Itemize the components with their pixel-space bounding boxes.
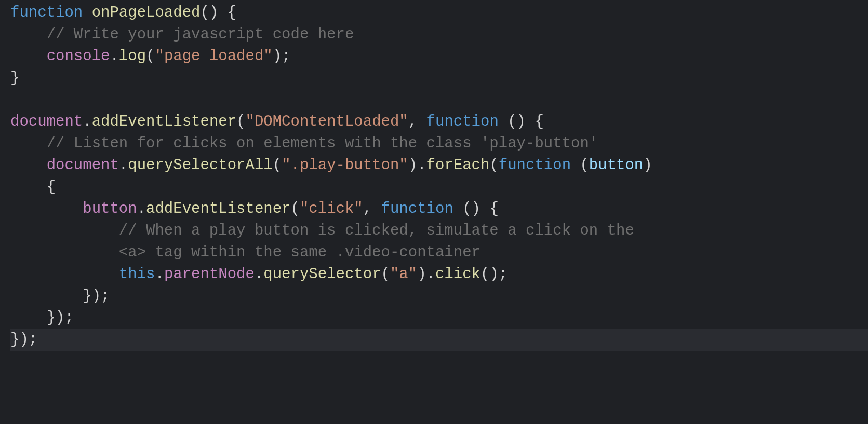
identifier: document: [47, 157, 119, 174]
property: parentNode: [164, 266, 255, 283]
string: "a": [390, 266, 417, 283]
code-line: this.parentNode.querySelector("a").click…: [10, 266, 508, 283]
identifier: button: [83, 200, 137, 217]
code-line: function onPageLoaded() {: [10, 4, 236, 21]
code-line: // Write your javascript code here: [10, 26, 354, 43]
identifier: console: [47, 48, 110, 65]
method: querySelectorAll: [128, 157, 272, 174]
code-line: document.addEventListener("DOMContentLoa…: [10, 113, 544, 130]
method: log: [119, 48, 146, 65]
code-editor[interactable]: function onPageLoaded() { // Write your …: [0, 0, 868, 351]
code-line: {: [10, 179, 56, 196]
parameter: button: [589, 157, 643, 174]
brace: {: [218, 4, 236, 21]
method: forEach: [426, 157, 490, 174]
keyword-function: function: [381, 200, 453, 217]
method: addEventListener: [146, 200, 290, 217]
keyword-function: function: [499, 157, 571, 174]
comment: <a> tag within the same .video-container: [119, 244, 480, 261]
code-line: <a> tag within the same .video-container: [10, 244, 480, 261]
code-line: // When a play button is clicked, simula…: [10, 222, 643, 239]
comment: // Write your javascript code here: [47, 26, 354, 43]
identifier: document: [10, 113, 83, 130]
code-line: button.addEventListener("click", functio…: [10, 200, 499, 217]
string: "page loaded": [155, 48, 272, 65]
code-line: console.log("page loaded");: [10, 48, 291, 65]
parens: (): [200, 4, 218, 21]
method: querySelector: [263, 266, 381, 283]
code-line-active: });: [10, 329, 868, 351]
code-line: // Listen for clicks on elements with th…: [10, 135, 598, 152]
method: click: [435, 266, 480, 283]
code-line: }: [10, 70, 19, 87]
keyword-this: this: [119, 266, 155, 283]
method: addEventListener: [92, 113, 236, 130]
code-line: document.querySelectorAll(".play-button"…: [10, 157, 661, 174]
code-line: });: [10, 288, 110, 305]
string: "DOMContentLoaded": [246, 113, 408, 130]
code-line: });: [10, 309, 74, 326]
comment: // When a play button is clicked, simula…: [119, 222, 643, 239]
comment: // Listen for clicks on elements with th…: [47, 135, 598, 152]
keyword-function: function: [10, 4, 83, 21]
string: "click": [300, 200, 363, 217]
string: ".play-button": [282, 157, 408, 174]
keyword-function: function: [426, 113, 499, 130]
function-name: onPageLoaded: [92, 4, 201, 21]
